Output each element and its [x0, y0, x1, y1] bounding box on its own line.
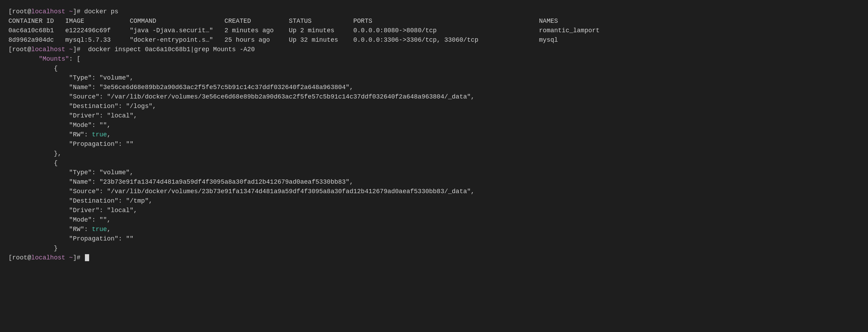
prompt-host2: localhost: [31, 46, 65, 53]
col-created-1: 2 minutes ago: [225, 27, 289, 34]
json-key-dest1: "Destination": [69, 103, 118, 110]
col-id-1: 0ac6a10c68b1: [8, 27, 65, 34]
prompt-host: localhost: [31, 8, 65, 15]
line-cmd-docker-ps: [root@localhost ~]# docker ps: [8, 7, 860, 16]
prompt-bracket3: [: [8, 46, 12, 53]
col-image-2: mysql:5.7.33: [65, 36, 130, 43]
col-id-2: 8d9962a904dc: [8, 36, 65, 43]
json-key-name1: "Name": [69, 84, 92, 91]
line-driver2: "Driver": "local",: [8, 206, 860, 215]
col-header-status: STATUS: [289, 18, 353, 25]
line-mode2: "Mode": "",: [8, 215, 860, 225]
prompt-path: ~: [65, 8, 73, 15]
col-names-1: romantic_lamport: [539, 27, 600, 34]
prompt-hash3: #: [76, 254, 84, 261]
json-key-type2: "Type": [69, 169, 92, 176]
mounts-key: "Mounts": [39, 55, 69, 62]
line-driver1: "Driver": "local",: [8, 111, 860, 121]
json-val-driver1: "local",: [107, 112, 137, 119]
prompt-bracket2: ]: [73, 8, 77, 15]
prompt-at3: @: [27, 254, 31, 261]
json-key-source2: "Source": [69, 188, 99, 195]
json-key-type1: "Type": [69, 74, 92, 81]
line-name1: "Name": "3e56ce6d68e89bb2a90d63ac2f5fe57…: [8, 83, 860, 92]
json-val-prop2: "": [126, 235, 134, 242]
col-header-names: NAMES: [539, 18, 558, 25]
prompt-bracket6: ]: [73, 254, 77, 261]
terminal: [root@localhost ~]# docker ps CONTAINER …: [8, 7, 860, 263]
json-key-dest2: "Destination": [69, 197, 118, 204]
line-final-prompt: [root@localhost ~]#: [8, 253, 860, 263]
cmd-inspect: docker inspect 0ac6a10c68b1|grep Mounts …: [80, 46, 255, 53]
line-brace2-open: {: [8, 158, 860, 168]
json-key-prop1: "Propagation": [69, 141, 118, 148]
json-val-type1: "volume",: [99, 74, 133, 81]
prompt-at: @: [27, 8, 31, 15]
prompt-hash: #: [76, 8, 80, 15]
line-dest2: "Destination": "/tmp",: [8, 196, 860, 206]
line-brace2-close: }: [8, 244, 860, 253]
col-names-2: mysql: [539, 36, 558, 43]
json-key-mode2: "Mode": [69, 216, 92, 223]
line-name2: "Name": "23b73e91fa13474d481a9a59df4f309…: [8, 177, 860, 187]
line-type2: "Type": "volume",: [8, 168, 860, 177]
json-key-name2: "Name": [69, 178, 92, 185]
col-status-1: Up 2 minutes: [289, 27, 353, 34]
json-key-prop2: "Propagation": [69, 235, 118, 242]
prompt-bracket4: ]: [73, 46, 77, 53]
json-val-rw1: true: [92, 131, 107, 138]
col-image-1: e1222496c69f: [65, 27, 130, 34]
line-rw2: "RW": true,: [8, 225, 860, 234]
line-mounts-open: "Mounts": [: [8, 54, 860, 64]
line-prop1: "Propagation": "": [8, 140, 860, 149]
json-key-source1: "Source": [69, 93, 99, 100]
line-source2: "Source": "/var/lib/docker/volumes/23b73…: [8, 187, 860, 196]
line-brace1-close: },: [8, 149, 860, 158]
json-val-prop1: "": [126, 141, 134, 148]
json-key-driver2: "Driver": [69, 207, 99, 214]
json-val-dest2: "/tmp",: [126, 197, 153, 204]
json-key-rw2: "RW": [69, 226, 84, 233]
col-header-ports: PORTS: [353, 18, 539, 25]
json-val-dest1: "/logs",: [126, 103, 156, 110]
table-header: CONTAINER ID IMAGE COMMAND CREATED STATU…: [8, 16, 860, 26]
json-val-mode1: "",: [99, 122, 111, 129]
json-val-source2: "/var/lib/docker/volumes/23b73e91fa13474…: [107, 188, 475, 195]
line-mode1: "Mode": "",: [8, 121, 860, 130]
prompt-bracket: [: [8, 8, 12, 15]
prompt-hash2: #: [76, 46, 80, 53]
line-cmd-inspect: [root@localhost ~]# docker inspect 0ac6a…: [8, 45, 860, 54]
prompt-path2: ~: [65, 46, 73, 53]
line-type1: "Type": "volume",: [8, 73, 860, 83]
prompt-bracket5: [: [8, 254, 12, 261]
cmd-docker-ps: docker ps: [80, 8, 118, 15]
json-key-rw1: "RW": [69, 131, 84, 138]
col-command-2: "docker-entrypoint.s…": [130, 36, 225, 43]
json-val-name1: "3e56ce6d68e89bb2a90d63ac2f5fe57c5b91c14…: [99, 84, 353, 91]
col-header-container-id: CONTAINER ID: [8, 18, 65, 25]
prompt-host3: localhost: [31, 254, 65, 261]
json-val-name2: "23b73e91fa13474d481a9a59df4f3095a8a30fa…: [99, 178, 353, 185]
cursor: [85, 254, 89, 261]
table-row-1: 0ac6a10c68b1 e1222496c69f "java -Djava.s…: [8, 26, 860, 35]
prompt-path3: ~: [65, 254, 73, 261]
col-ports-1: 0.0.0.0:8080->8080/tcp: [353, 27, 539, 34]
prompt-at2: @: [27, 46, 31, 53]
line-dest1: "Destination": "/logs",: [8, 102, 860, 111]
prompt-root-text3: root: [12, 254, 27, 261]
col-header-image: IMAGE: [65, 18, 130, 25]
table-row-2: 8d9962a904dc mysql:5.7.33 "docker-entryp…: [8, 35, 860, 45]
line-prop2: "Propagation": "": [8, 234, 860, 244]
col-header-command: COMMAND: [130, 18, 225, 25]
line-source1: "Source": "/var/lib/docker/volumes/3e56c…: [8, 92, 860, 102]
prompt-root-text2: root: [12, 46, 27, 53]
col-header-created: CREATED: [225, 18, 289, 25]
json-key-driver1: "Driver": [69, 112, 99, 119]
json-key-mode1: "Mode": [69, 122, 92, 129]
json-val-driver2: "local",: [107, 207, 137, 214]
json-val-rw2: true: [92, 226, 107, 233]
json-val-mode2: "",: [99, 216, 111, 223]
col-ports-2: 0.0.0.0:3306->3306/tcp, 33060/tcp: [353, 36, 539, 43]
json-val-source1: "/var/lib/docker/volumes/3e56ce6d68e89bb…: [107, 93, 475, 100]
prompt-root-text: root: [12, 8, 27, 15]
